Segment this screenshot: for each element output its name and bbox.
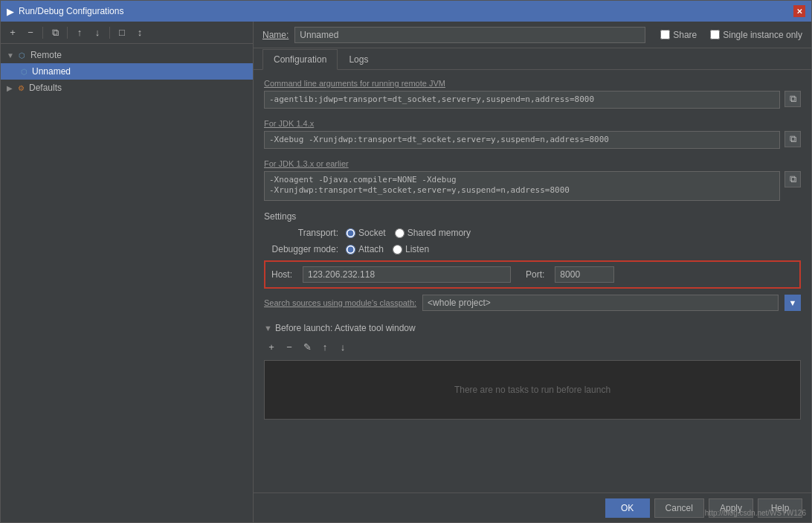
sort-button[interactable]: ↕ — [132, 25, 147, 40]
apply-button[interactable]: Apply — [709, 498, 753, 518]
title-bar: ▶ Run/Debug Configurations ✕ — [1, 1, 811, 22]
settings-section: Settings Transport: Socket Shared memory — [264, 211, 801, 289]
name-input[interactable] — [294, 27, 645, 43]
share-label: Share — [673, 30, 697, 40]
add-config-button[interactable]: + — [5, 25, 20, 40]
expand-arrow-remote: ▼ — [7, 51, 14, 60]
copy-jvm-button[interactable]: ⧉ — [784, 91, 801, 107]
jdk14-label: For JDK 1.4.x — [264, 119, 801, 128]
settings-title: Settings — [264, 211, 801, 222]
port-label: Port: — [526, 269, 544, 280]
help-button[interactable]: Help — [758, 498, 802, 518]
window-title: Run/Debug Configurations — [19, 6, 123, 16]
transport-sharedmem-label: Shared memory — [407, 228, 471, 238]
bottom-bar: OK Cancel Apply Help — [254, 492, 811, 522]
before-launch-area: There are no tasks to run before launch — [264, 360, 801, 420]
tab-configuration[interactable]: Configuration — [262, 49, 338, 70]
tab-logs[interactable]: Logs — [338, 49, 379, 70]
share-checkbox-group: Share — [660, 30, 697, 40]
move-up-button[interactable]: ↑ — [72, 25, 87, 40]
transport-socket-radio[interactable] — [346, 228, 355, 238]
before-launch-edit-button[interactable]: ✎ — [300, 339, 315, 354]
sidebar-item-defaults[interactable]: ▶ ⚙ Defaults — [1, 80, 253, 96]
before-launch-down-button[interactable]: ↓ — [335, 339, 350, 354]
transport-sharedmem-radio[interactable] — [395, 228, 405, 238]
before-launch-title: Before launch: Activate tool window — [275, 323, 416, 333]
jdk13-label: For JDK 1.3.x or earlier — [264, 159, 801, 168]
name-bar: Name: Share Single instance only — [254, 22, 811, 48]
sidebar-toolbar: + − ⧉ ↑ ↓ □ ↕ — [1, 22, 253, 44]
move-down-button[interactable]: ↓ — [90, 25, 105, 40]
right-panel: Name: Share Single instance only Configu… — [254, 22, 811, 522]
classpath-input[interactable] — [422, 295, 779, 311]
remote-group-icon: ⬡ — [17, 50, 28, 60]
ok-button[interactable]: OK — [605, 498, 650, 518]
port-input[interactable] — [555, 266, 614, 283]
single-instance-checkbox[interactable] — [710, 30, 720, 39]
classpath-dropdown-button[interactable]: ▼ — [784, 295, 801, 311]
cmd-jdk14-input[interactable]: -Xdebug -Xrunjdwp:transport=dt_socket,se… — [264, 131, 780, 149]
cmd-jdk13-block: For JDK 1.3.x or earlier -Xnoagent -Djav… — [264, 159, 801, 201]
close-button[interactable]: ✕ — [793, 5, 805, 17]
before-launch-collapse-icon: ▼ — [264, 324, 272, 333]
copy-jdk13-button[interactable]: ⧉ — [784, 171, 801, 187]
cancel-button[interactable]: Cancel — [654, 498, 704, 518]
before-launch-remove-button[interactable]: − — [282, 339, 297, 354]
panel-body: Command line arguments for running remot… — [254, 70, 811, 492]
sidebar: + − ⧉ ↑ ↓ □ ↕ ▼ ⬡ Remote ⬡ — [1, 22, 254, 522]
cmd-jvm-label: Command line arguments for running remot… — [264, 79, 801, 88]
transport-socket-label: Socket — [358, 228, 386, 238]
single-instance-checkbox-group: Single instance only — [710, 30, 802, 40]
transport-socket-option[interactable]: Socket — [346, 228, 386, 238]
transport-sharedmem-option[interactable]: Shared memory — [395, 228, 471, 238]
sidebar-tree: ▼ ⬡ Remote ⬡ Unnamed ▶ ⚙ Defaults — [1, 44, 253, 522]
sidebar-item-remote[interactable]: ▼ ⬡ Remote — [1, 47, 253, 63]
transport-label: Transport: — [264, 228, 338, 238]
classpath-label: Search sources using module's classpath: — [264, 298, 416, 307]
before-launch-header: ▼ Before launch: Activate tool window — [264, 323, 801, 333]
copy-jdk14-button[interactable]: ⧉ — [784, 131, 801, 147]
remove-config-button[interactable]: − — [23, 25, 38, 40]
host-label: Host: — [271, 269, 292, 280]
before-launch-up-button[interactable]: ↑ — [318, 339, 332, 354]
single-instance-label: Single instance only — [723, 30, 802, 40]
before-launch-add-button[interactable]: + — [264, 339, 279, 354]
name-label: Name: — [262, 30, 289, 40]
classpath-row: Search sources using module's classpath:… — [264, 295, 801, 311]
debugger-mode-radio-group: Attach Listen — [346, 244, 429, 254]
unnamed-label: Unnamed — [32, 66, 71, 77]
folder-button[interactable]: □ — [115, 25, 129, 40]
remote-group-label: Remote — [30, 50, 62, 60]
before-launch-section: ▼ Before launch: Activate tool window + … — [264, 323, 801, 420]
debugger-attach-radio[interactable] — [346, 245, 355, 254]
copy-config-button[interactable]: ⧉ — [48, 25, 62, 40]
host-input[interactable] — [303, 266, 511, 283]
defaults-icon: ⚙ — [16, 83, 26, 93]
cmd-jdk14-row: -Xdebug -Xrunjdwp:transport=dt_socket,se… — [264, 131, 801, 149]
before-launch-empty-text: There are no tasks to run before launch — [454, 385, 610, 395]
host-port-row: Host: Port: — [264, 260, 801, 289]
debugger-attach-option[interactable]: Attach — [346, 244, 384, 254]
share-checkbox[interactable] — [660, 30, 670, 39]
cmd-jdk13-row: -Xnoagent -Djava.compiler=NONE -Xdebug -… — [264, 171, 801, 201]
debugger-mode-label: Debugger mode: — [264, 244, 338, 254]
cmd-jdk14-block: For JDK 1.4.x -Xdebug -Xrunjdwp:transpor… — [264, 119, 801, 149]
debugger-listen-option[interactable]: Listen — [393, 244, 429, 254]
before-launch-toolbar: + − ✎ ↑ ↓ — [264, 339, 801, 354]
run-debug-icon: ▶ — [7, 6, 14, 17]
sidebar-item-unnamed[interactable]: ⬡ Unnamed — [1, 63, 253, 80]
expand-arrow-defaults: ▶ — [7, 84, 13, 92]
debugger-listen-radio[interactable] — [393, 245, 402, 254]
debugger-attach-label: Attach — [358, 244, 384, 254]
share-area: Share Single instance only — [660, 30, 802, 40]
debugger-mode-row: Debugger mode: Attach Listen — [264, 244, 801, 254]
transport-row: Transport: Socket Shared memory — [264, 228, 801, 238]
cmd-jvm-row: -agentlib:jdwp=transport=dt_socket,serve… — [264, 91, 801, 109]
config-icon: ⬡ — [19, 66, 29, 77]
tabs-bar: Configuration Logs — [254, 48, 811, 70]
cmd-jdk13-input[interactable]: -Xnoagent -Djava.compiler=NONE -Xdebug -… — [264, 171, 780, 201]
cmd-jvm-block: Command line arguments for running remot… — [264, 79, 801, 109]
cmd-jvm-input[interactable]: -agentlib:jdwp=transport=dt_socket,serve… — [264, 91, 780, 109]
debugger-listen-label: Listen — [405, 244, 429, 254]
transport-radio-group: Socket Shared memory — [346, 228, 471, 238]
